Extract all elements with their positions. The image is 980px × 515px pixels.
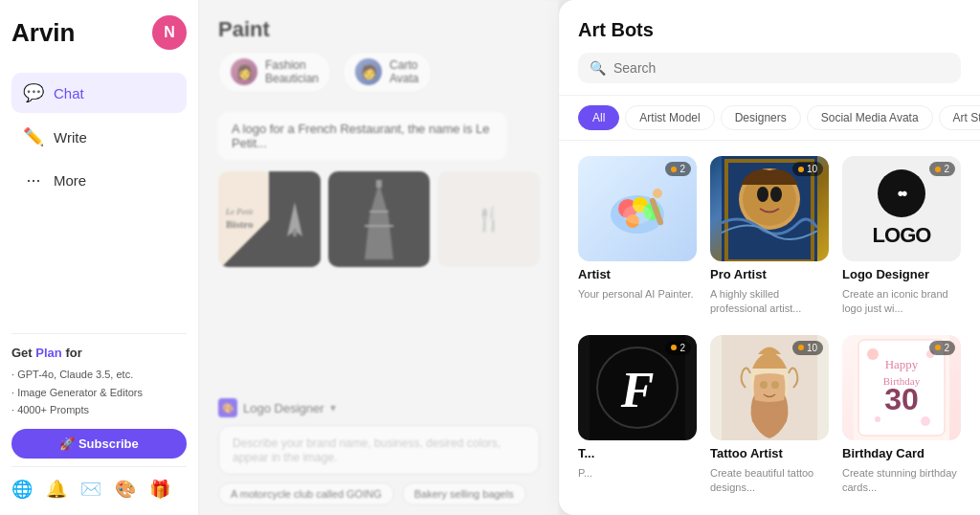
logo-badge: 2 bbox=[929, 162, 955, 176]
promo-item-1: GPT-4o, Claude 3.5, etc. bbox=[11, 366, 187, 384]
pro-artist-title: Pro Artist bbox=[710, 267, 829, 281]
promo-colored-word: Plan bbox=[35, 346, 61, 360]
svg-text:Happy: Happy bbox=[885, 357, 919, 371]
artist-desc: Your personal AI Painter. bbox=[578, 287, 697, 302]
sidebar-item-write-label: Write bbox=[54, 129, 87, 146]
notification-icon[interactable]: 🔔 bbox=[46, 479, 67, 500]
bot-tab-fashion[interactable]: 👩 FashionBeautician bbox=[218, 52, 331, 93]
promo-title: Get Plan for bbox=[11, 346, 187, 360]
carto-avatar-name: CartoAvata bbox=[390, 58, 418, 86]
subscribe-button[interactable]: 🚀 Subscribe bbox=[11, 429, 187, 459]
palette-icon[interactable]: 🎨 bbox=[115, 479, 136, 500]
search-input[interactable] bbox=[613, 60, 949, 76]
chat-icon: 💬 bbox=[23, 82, 44, 103]
gift-icon[interactable]: 🎁 bbox=[149, 479, 170, 500]
pro-artist-desc: A highly skilled professional artist... bbox=[710, 287, 829, 317]
promo-list: GPT-4o, Claude 3.5, etc. Image Generator… bbox=[11, 366, 187, 419]
fourth-title: T... bbox=[578, 446, 697, 460]
sidebar-item-write[interactable]: ✏️ Write bbox=[11, 117, 187, 157]
promo-item-3: 4000+ Prompts bbox=[11, 401, 187, 419]
user-message: A logo for a French Restaurant, the name… bbox=[218, 112, 507, 160]
birthday-card-image: Happy Birthday 30 2 bbox=[842, 335, 961, 440]
svg-point-11 bbox=[623, 205, 652, 224]
main-title: Paint bbox=[199, 0, 559, 52]
logo-desc: Create an iconic brand logo just wi... bbox=[842, 287, 961, 317]
bot-card-artist[interactable]: 2 Artist Your personal AI Painter. bbox=[578, 156, 697, 322]
bots-grid: 2 Artist Your personal AI Painter. bbox=[559, 141, 980, 515]
sidebar-item-chat-label: Chat bbox=[54, 85, 84, 101]
carto-avatar-icon: 🧑 bbox=[355, 58, 382, 85]
sidebar-item-more-label: More bbox=[54, 172, 86, 189]
svg-point-26 bbox=[771, 381, 779, 389]
artist-card-image: 2 bbox=[578, 156, 697, 261]
app-title: Arvin bbox=[11, 18, 75, 48]
filter-tab-artist-model[interactable]: Artist Model bbox=[625, 105, 714, 130]
avatar[interactable]: N bbox=[152, 15, 187, 50]
fashion-beautician-name: FashionBeautician bbox=[265, 58, 319, 86]
fourth-card-image: F 2 bbox=[578, 335, 697, 440]
bot-tabs: 👩 FashionBeautician 🧑 CartoAvata bbox=[199, 52, 559, 102]
fourth-desc: P... bbox=[578, 466, 697, 481]
image-utensils: 🍴 bbox=[437, 171, 540, 267]
artist-badge: 2 bbox=[665, 162, 691, 176]
mail-icon[interactable]: ✉️ bbox=[80, 479, 101, 500]
bot-selector-label: Logo Designer bbox=[243, 401, 324, 415]
bot-selector[interactable]: 🎨 Logo Designer ▾ bbox=[218, 398, 540, 417]
svg-point-32 bbox=[867, 348, 879, 360]
chevron-down-icon: ▾ bbox=[330, 401, 336, 414]
filter-tab-art-style[interactable]: Art Style bbox=[939, 105, 980, 130]
quick-prompt-2[interactable]: Bakery selling bagels bbox=[402, 482, 526, 505]
tattoo-card-image: 10 bbox=[710, 335, 829, 440]
sidebar-header: Arvin N bbox=[11, 15, 187, 50]
bot-card-tattoo[interactable]: 10 Tattoo Artist Create beautiful tattoo… bbox=[710, 335, 829, 501]
tattoo-desc: Create beautiful tattoo designs... bbox=[710, 466, 829, 496]
art-bots-panel: Art Bots 🔍 All Artist Model Designers So… bbox=[559, 0, 980, 515]
svg-text:F: F bbox=[620, 363, 655, 417]
panel-header: Art Bots 🔍 bbox=[559, 0, 980, 96]
svg-rect-5 bbox=[376, 180, 382, 188]
pro-artist-card-image: 10 bbox=[710, 156, 829, 261]
tattoo-badge: 10 bbox=[792, 341, 823, 355]
filter-tab-all[interactable]: All bbox=[578, 105, 619, 130]
filter-tabs: All Artist Model Designers Social Media … bbox=[559, 96, 980, 141]
quick-prompts: A motorcycle club called GOING Bakery se… bbox=[218, 482, 540, 505]
chat-area: A logo for a French Restaurant, the name… bbox=[199, 102, 559, 389]
chat-input[interactable]: Describe your brand name, business, desi… bbox=[218, 425, 540, 475]
svg-point-25 bbox=[760, 381, 768, 389]
chat-input-placeholder: Describe your brand name, business, desi… bbox=[233, 437, 501, 464]
logo-card-image: •• LOGO 2 bbox=[842, 156, 961, 261]
sidebar-nav: 💬 Chat ✏️ Write ··· More bbox=[11, 73, 187, 325]
sidebar-item-more[interactable]: ··· More bbox=[11, 161, 187, 200]
bot-selector-icon: 🎨 bbox=[218, 398, 237, 417]
svg-rect-1 bbox=[293, 229, 297, 236]
sidebar-bottom: 🌐 🔔 ✉️ 🎨 🎁 bbox=[11, 466, 187, 500]
input-area: 🎨 Logo Designer ▾ Describe your brand na… bbox=[199, 389, 559, 515]
search-bar[interactable]: 🔍 bbox=[578, 53, 961, 83]
quick-prompt-1[interactable]: A motorcycle club called GOING bbox=[218, 482, 394, 505]
promo-item-2: Image Generator & Editors bbox=[11, 384, 187, 402]
bot-card-logo[interactable]: •• LOGO 2 Logo Designer Create an iconic… bbox=[842, 156, 961, 322]
filter-tab-social[interactable]: Social Media Avata bbox=[807, 105, 933, 130]
birthday-desc: Create stunning birthday cards... bbox=[842, 466, 961, 496]
fourth-badge: 2 bbox=[665, 341, 691, 355]
generated-images: Le Petit Bistro bbox=[218, 171, 540, 267]
main-content: Paint 👩 FashionBeautician 🧑 CartoAvata A… bbox=[199, 0, 559, 515]
bot-tab-carto[interactable]: 🧑 CartoAvata bbox=[343, 52, 431, 93]
logo-title: Logo Designer bbox=[842, 267, 961, 281]
svg-point-13 bbox=[653, 189, 662, 198]
svg-point-35 bbox=[875, 416, 880, 422]
bot-card-pro-artist[interactable]: 10 Pro Artist A highly skilled professio… bbox=[710, 156, 829, 322]
svg-point-18 bbox=[770, 187, 782, 202]
artist-title: Artist bbox=[578, 267, 697, 281]
browser-icon[interactable]: 🌐 bbox=[11, 479, 33, 500]
svg-point-34 bbox=[921, 416, 930, 426]
bot-card-birthday[interactable]: Happy Birthday 30 2 Birthday Card Create… bbox=[842, 335, 961, 501]
filter-tab-designers[interactable]: Designers bbox=[721, 105, 801, 130]
svg-marker-2 bbox=[365, 183, 393, 259]
search-icon: 🔍 bbox=[590, 60, 606, 76]
pro-artist-badge: 10 bbox=[792, 162, 823, 176]
bot-card-fourth[interactable]: F 2 T... P... bbox=[578, 335, 697, 501]
fashion-beautician-avatar: 👩 bbox=[231, 58, 257, 85]
write-icon: ✏️ bbox=[23, 126, 44, 147]
sidebar-item-chat[interactable]: 💬 Chat bbox=[11, 73, 187, 113]
